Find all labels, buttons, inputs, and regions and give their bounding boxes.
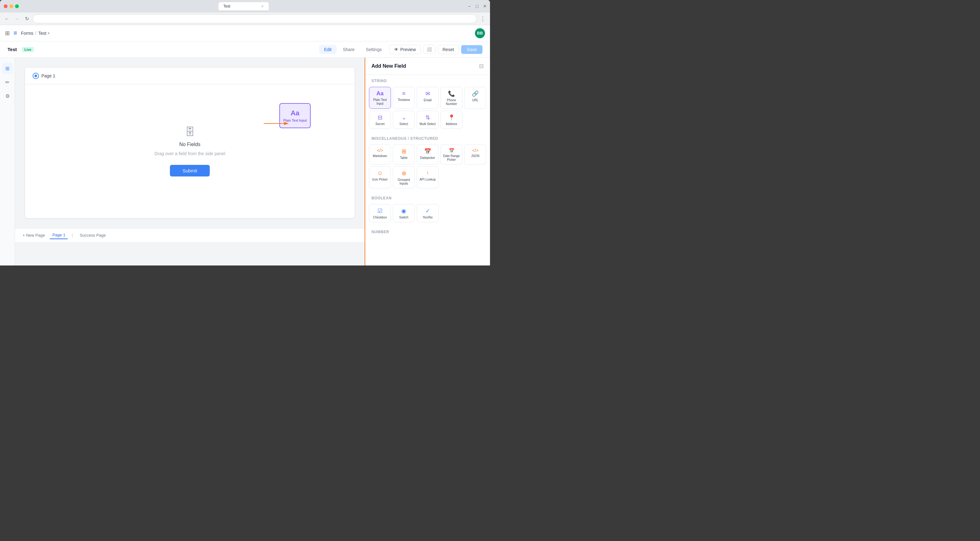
sidebar-icon-layout[interactable]: ⊞ [2,63,13,74]
table-icon: ⊞ [402,148,406,155]
no-fields-title: No Fields [179,142,200,147]
save-btn[interactable]: Save [461,45,482,54]
win-close-btn[interactable] [4,5,8,8]
field-address[interactable]: 📍 Address [441,111,462,129]
grouped-inputs-icon: ⊛ [402,170,406,177]
section-boolean-label: Boolean [372,196,484,200]
plain-text-icon: Aa [376,90,383,97]
page-radio [33,73,39,79]
submit-btn[interactable]: Submit [170,165,210,177]
yes-no-label: Yes/No [423,216,433,220]
test-title: Test [8,47,17,52]
tab-close-icon[interactable]: × [261,4,263,8]
preview-icon: 👁 [394,47,398,52]
switch-label: Switch [399,216,408,220]
field-plain-text[interactable]: Aa Plain Text Input [369,87,391,109]
markdown-label: Markdown [373,154,387,158]
more-menu-btn[interactable]: ⋮ [478,14,487,24]
table-label: Table [400,156,407,160]
success-page-tab[interactable]: Success Page [77,232,108,239]
datepicker-icon: 📅 [424,148,431,155]
export-icon-btn[interactable]: ⬜ [423,45,436,54]
field-table[interactable]: ⊞ Table [393,145,415,165]
field-email[interactable]: ✉ Email [417,87,439,109]
field-yes-no[interactable]: ✓ Yes/No [417,204,439,222]
field-api-lookup[interactable]: ↑ API Lookup [417,166,439,188]
field-json[interactable]: </> JSON [464,145,486,165]
tab-settings[interactable]: Settings [361,45,387,54]
win-max-btn[interactable] [15,5,19,8]
breadcrumb-current[interactable]: Test ▾ [38,31,49,36]
win-restore-btn[interactable]: □ [476,4,478,9]
field-select[interactable]: ⌄ Select [393,111,415,129]
field-textarea[interactable]: ≡ Textarea [393,87,415,109]
multi-select-label: Multi Select [420,122,436,126]
switch-icon: ◉ [401,207,406,215]
preview-btn[interactable]: 👁 Preview [389,45,421,54]
field-secret[interactable]: ⊟ Secret [369,111,391,129]
icon-picker-label: Icon Picker [372,178,388,181]
multi-select-icon: ⇅ [425,114,430,121]
plain-text-label: Plain Text Input [371,98,389,106]
sidebar-icon-logic[interactable]: ⚙ [2,90,13,102]
field-multi-select[interactable]: ⇅ Multi Select [417,111,439,129]
breadcrumb: Forms / Test ▾ [21,31,49,36]
arrow-connector [264,119,289,129]
field-date-range[interactable]: 📅 Date Range Picker [441,145,462,165]
tab-edit[interactable]: Edit [319,45,337,54]
panel-title: Add New Field [372,63,406,69]
checkbox-icon: ☑ [377,207,382,215]
win-close-btn2[interactable]: × [484,3,486,9]
textarea-icon: ≡ [402,90,406,97]
nav-forward-btn[interactable]: → [13,14,21,23]
field-markdown[interactable]: </> Markdown [369,145,391,165]
avatar[interactable]: BB [475,28,485,38]
textarea-label: Textarea [398,98,410,102]
field-url[interactable]: 🔗 URL [464,87,486,109]
date-range-label: Date Range Picker [442,154,461,162]
json-label: JSON [471,154,480,158]
new-page-btn[interactable]: + New Page [20,232,47,239]
field-switch[interactable]: ◉ Switch [393,204,415,222]
field-phone[interactable]: 📞 Phone Number [441,87,462,109]
address-label: Address [446,122,457,126]
field-icon-picker[interactable]: ☺ Icon Picker [369,166,391,188]
drag-ghost-icon: Aa [291,109,299,117]
live-badge: Live [22,47,34,52]
address-bar[interactable] [33,14,477,23]
api-lookup-label: API Lookup [420,178,436,181]
field-grouped-inputs[interactable]: ⊛ Grouped Inputs [393,166,415,188]
json-icon: </> [472,148,479,153]
field-datepicker[interactable]: 📅 Datepicker [417,145,439,165]
app-grid-icon[interactable]: ⊞ [5,30,10,37]
svg-marker-1 [284,122,289,125]
reset-btn[interactable]: Reset [438,45,459,54]
win-minimize-btn[interactable]: − [468,4,471,9]
url-label: URL [472,99,479,102]
breadcrumb-chevron-icon: ▾ [48,31,49,35]
tab-title: Test [224,4,231,8]
breadcrumb-forms[interactable]: Forms [21,31,33,36]
select-label: Select [399,122,408,126]
panel-close-btn[interactable]: ⊟ [479,63,484,70]
tab-share[interactable]: Share [338,45,360,54]
url-icon: 🔗 [472,90,479,97]
checkbox-label: Checkbox [373,216,387,220]
win-min-btn[interactable] [10,5,13,8]
date-range-icon: 📅 [449,148,454,153]
api-lookup-icon: ↑ [426,170,429,177]
secret-icon: ⊟ [378,114,382,121]
select-icon: ⌄ [402,114,406,121]
page1-more-icon[interactable]: ⋮ [70,233,75,238]
datepicker-label: Datepicker [420,156,435,160]
nav-back-btn[interactable]: ← [3,14,11,23]
nav-refresh-btn[interactable]: ↻ [22,14,31,23]
field-checkbox[interactable]: ☑ Checkbox [369,204,391,222]
phone-icon: 📞 [448,90,455,97]
phone-label: Phone Number [442,99,461,106]
page1-tab[interactable]: Page 1 [50,231,68,239]
no-fields-icon: 🗄 [185,126,195,138]
sidebar-icon-style[interactable]: ✏ [2,76,13,88]
secret-label: Secret [375,122,385,126]
email-label: Email [423,99,431,102]
